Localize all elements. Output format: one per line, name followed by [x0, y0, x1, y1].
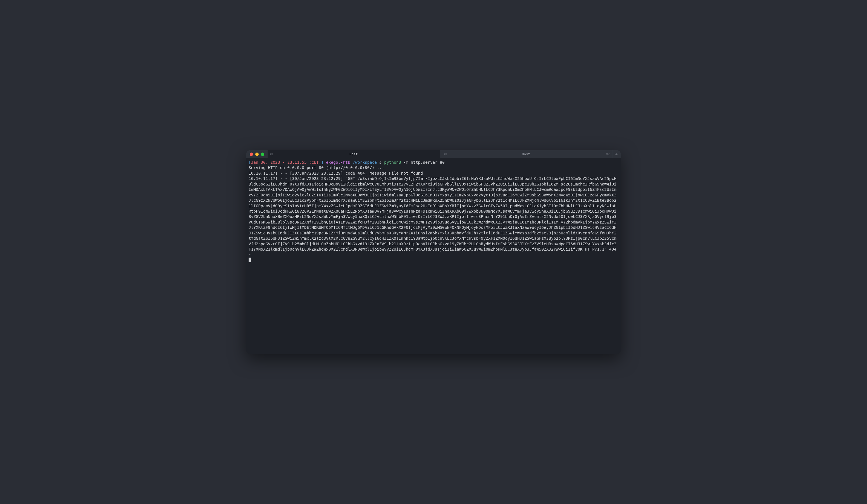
tab-title: Host: [522, 152, 530, 156]
output-line-3: 10.10.11.171 - - [30/Jan/2023 23:12:29] …: [249, 176, 619, 257]
tab-shortcut: ⌘2: [606, 152, 610, 156]
cursor: [249, 258, 251, 262]
output-line-1: Serving HTTP on 0.0.0.0 port 80 (http://…: [249, 165, 384, 170]
tab-1[interactable]: ⌘1 Host: [268, 150, 440, 158]
prompt-path: /workspace: [353, 160, 377, 164]
minimize-button[interactable]: [255, 152, 259, 156]
prompt-bracket-close: ]: [321, 160, 324, 164]
titlebar: ⌘1 Host ⌘1 Host ⌘2 +: [246, 150, 621, 158]
output-line-2: 10.10.11.171 - - [30/Jan/2023 23:12:29] …: [249, 171, 423, 175]
add-tab-button[interactable]: +: [612, 152, 621, 157]
terminal-window: ⌘1 Host ⌘1 Host ⌘2 + [Jan 30, 2023 - 23:…: [246, 150, 621, 354]
prompt-command: python3: [384, 160, 401, 164]
prompt-hostname: exegol-htb: [326, 160, 350, 164]
tab-shortcut: ⌘1: [270, 152, 274, 156]
tab-2[interactable]: ⌘1 Host ⌘2: [440, 150, 612, 158]
prompt-args: -m http.server 80: [404, 160, 445, 164]
tab-title: Host: [350, 152, 358, 156]
tab-left-indicator: ⌘1: [442, 152, 448, 156]
prompt-bracket-open: [: [249, 160, 251, 164]
traffic-lights: [246, 152, 264, 156]
maximize-button[interactable]: [261, 152, 264, 156]
tabs-container: ⌘1 Host ⌘1 Host ⌘2: [268, 150, 612, 158]
prompt-timestamp: Jan 30, 2023 - 23:11:55 (CET): [251, 160, 321, 164]
prompt-hash: #: [379, 160, 382, 164]
terminal-content[interactable]: [Jan 30, 2023 - 23:11:55 (CET)] exegol-h…: [246, 158, 621, 354]
close-button[interactable]: [250, 152, 253, 156]
